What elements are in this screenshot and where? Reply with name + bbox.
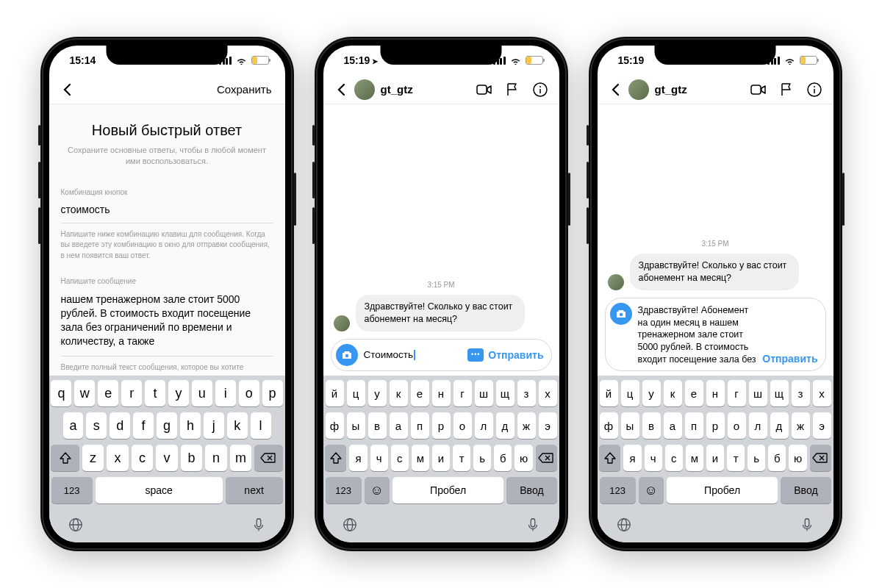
key-ж[interactable]: ж [792, 412, 810, 439]
key-next[interactable]: next [226, 477, 283, 503]
keyboard[interactable]: йцукенгшщзх фывапролджэ ячсмитьбю 123 ☺ … [323, 376, 559, 542]
key-м[interactable]: м [412, 445, 429, 471]
key-ю[interactable]: ю [789, 445, 806, 471]
key-a[interactable]: a [63, 412, 84, 439]
key-t[interactable]: t [145, 380, 165, 406]
key-б[interactable]: б [768, 445, 786, 471]
key-123[interactable]: 123 [326, 477, 362, 503]
key-д[interactable]: д [496, 412, 514, 439]
key-ж[interactable]: ж [517, 412, 536, 439]
key-ш[interactable]: ш [749, 380, 767, 406]
key-ь[interactable]: ь [473, 445, 491, 471]
key-р[interactable]: р [432, 412, 451, 439]
key-б[interactable]: б [494, 445, 512, 471]
key-m[interactable]: m [230, 445, 251, 471]
key-е[interactable]: е [411, 380, 429, 406]
key-u[interactable]: u [192, 380, 212, 406]
mic-icon[interactable] [799, 517, 815, 533]
keyboard[interactable]: qwertyuiop asdfghjkl zxcvbnm 123 space n… [49, 376, 285, 542]
key-и[interactable]: и [432, 445, 450, 471]
key-f[interactable]: f [133, 412, 154, 439]
save-button[interactable]: Сохранить [74, 83, 275, 96]
key-v[interactable]: v [156, 445, 177, 471]
key-backspace[interactable] [254, 445, 282, 471]
back-button[interactable] [608, 82, 623, 97]
key-г[interactable]: г [728, 380, 746, 406]
key-я[interactable]: я [349, 445, 367, 471]
mic-icon[interactable] [251, 517, 267, 533]
key-у[interactable]: у [368, 380, 387, 406]
key-j[interactable]: j [204, 412, 224, 439]
username[interactable]: gt_gtz [381, 83, 465, 96]
message-avatar[interactable] [334, 315, 350, 331]
key-space[interactable]: Пробел [667, 477, 778, 503]
globe-icon[interactable] [68, 517, 84, 533]
key-ы[interactable]: ы [347, 412, 365, 439]
message-input[interactable]: нашем тренажерном зале стоит 5000 рублей… [61, 293, 273, 356]
globe-icon[interactable] [342, 517, 358, 533]
key-k[interactable]: k [227, 412, 248, 439]
key-shift[interactable] [325, 445, 346, 471]
key-ф[interactable]: ф [600, 412, 618, 439]
key-д[interactable]: д [770, 412, 789, 439]
key-з[interactable]: з [792, 380, 810, 406]
quick-reply-icon[interactable] [467, 348, 484, 362]
flag-button[interactable] [503, 81, 521, 98]
composer-input[interactable]: Стоимость [364, 348, 462, 362]
key-ч[interactable]: ч [645, 445, 662, 471]
key-р[interactable]: р [706, 412, 725, 439]
key-щ[interactable]: щ [770, 380, 789, 406]
key-с[interactable]: с [665, 445, 683, 471]
key-n[interactable]: n [205, 445, 226, 471]
key-э[interactable]: э [813, 412, 831, 439]
key-ь[interactable]: ь [747, 445, 765, 471]
key-к[interactable]: к [390, 380, 408, 406]
key-ш[interactable]: ш [475, 380, 493, 406]
key-l[interactable]: l [251, 412, 271, 439]
key-s[interactable]: s [86, 412, 107, 439]
send-button[interactable]: Отправить [488, 349, 543, 361]
key-ц[interactable]: ц [621, 380, 639, 406]
key-к[interactable]: к [664, 380, 682, 406]
key-y[interactable]: y [168, 380, 189, 406]
key-p[interactable]: p [262, 380, 283, 406]
key-shift[interactable] [51, 445, 79, 471]
key-ц[interactable]: ц [347, 380, 365, 406]
key-у[interactable]: у [642, 380, 661, 406]
back-button[interactable] [334, 82, 348, 97]
flag-button[interactable] [778, 81, 795, 98]
key-c[interactable]: c [132, 445, 153, 471]
key-shift[interactable] [599, 445, 620, 471]
key-backspace[interactable] [536, 445, 557, 471]
username[interactable]: gt_gtz [655, 83, 739, 96]
key-w[interactable]: w [74, 380, 95, 406]
key-э[interactable]: э [539, 412, 557, 439]
avatar[interactable] [354, 79, 375, 100]
key-ы[interactable]: ы [621, 412, 639, 439]
globe-icon[interactable] [616, 517, 632, 533]
key-ч[interactable]: ч [370, 445, 388, 471]
composer-input[interactable]: Здравствуйте! Абонемент на один месяц в … [638, 303, 757, 366]
key-н[interactable]: н [432, 380, 451, 406]
shortcut-input[interactable]: стоимость [61, 204, 273, 223]
key-z[interactable]: z [82, 445, 104, 471]
key-q[interactable]: q [51, 380, 71, 406]
key-щ[interactable]: щ [496, 380, 514, 406]
key-backspace[interactable] [810, 445, 831, 471]
info-button[interactable] [531, 81, 549, 98]
key-123[interactable]: 123 [600, 477, 636, 503]
key-т[interactable]: т [453, 445, 470, 471]
mic-icon[interactable] [525, 517, 541, 533]
avatar[interactable] [628, 79, 649, 100]
key-123[interactable]: 123 [51, 477, 93, 503]
key-я[interactable]: я [623, 445, 641, 471]
key-л[interactable]: л [749, 412, 767, 439]
key-о[interactable]: о [728, 412, 746, 439]
key-x[interactable]: x [107, 445, 128, 471]
keyboard[interactable]: йцукенгшщзх фывапролджэ ячсмитьбю 123 ☺ … [598, 376, 833, 542]
key-н[interactable]: н [706, 380, 725, 406]
info-button[interactable] [806, 81, 823, 98]
key-г[interactable]: г [453, 380, 472, 406]
key-emoji[interactable]: ☺ [365, 477, 390, 503]
key-и[interactable]: и [706, 445, 724, 471]
